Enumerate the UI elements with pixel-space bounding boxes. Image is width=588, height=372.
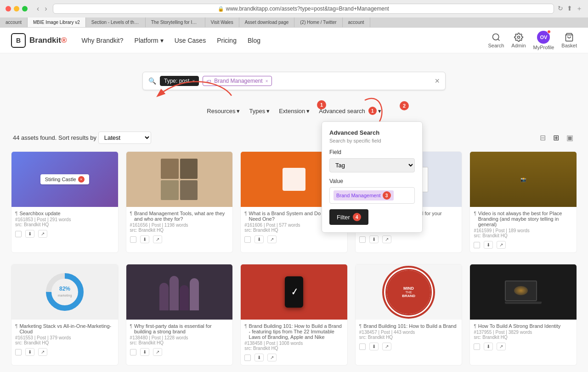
share-btn[interactable]: ↗ (267, 354, 277, 361)
browser-tab-active[interactable]: MBIE Image Library v2 (28, 17, 86, 27)
field-select[interactable]: Tag Author Date Category (329, 158, 415, 172)
post-icon: ¶ (244, 324, 247, 329)
asset-thumbnail[interactable] (126, 152, 233, 207)
nav-platform[interactable]: Platform ▾ (135, 37, 164, 44)
download-btn[interactable]: ⬇ (369, 343, 379, 350)
select-checkbox[interactable] (244, 355, 251, 361)
view-grid-btn[interactable]: ⊞ (551, 132, 561, 143)
select-checkbox[interactable] (359, 236, 366, 243)
download-btn[interactable]: ⬇ (140, 348, 149, 356)
back-btn[interactable]: ‹ (35, 5, 41, 13)
post-icon: ¶ (474, 211, 476, 216)
minimize-window-btn[interactable] (14, 6, 19, 11)
profile-action[interactable]: OV MyProfile (533, 31, 554, 50)
asset-info: ¶ How To Build A Strong Brand Identity #… (470, 320, 577, 354)
nav-blog[interactable]: Blog (248, 37, 260, 44)
notification-dot (547, 30, 551, 34)
logo-trademark: ® (61, 36, 67, 45)
stirling-tag-close[interactable]: × (78, 176, 85, 183)
filter-button[interactable]: Filter 4 (329, 209, 368, 225)
share-btn[interactable]: ↗ (497, 343, 506, 350)
chip-remove-icon[interactable]: × (266, 79, 268, 84)
main-nav: Why Brandkit? Platform ▾ Use Cases Prici… (82, 37, 488, 44)
select-checkbox[interactable] (474, 242, 480, 248)
download-btn[interactable]: ⬇ (140, 235, 149, 243)
header-actions: Search Admin OV MyProfile Basket (488, 31, 577, 50)
post-icon: ¶ (15, 211, 17, 216)
post-icon: ¶ (474, 324, 476, 329)
nav-extension[interactable]: Extension ▾ (279, 106, 310, 116)
asset-actions: ⬇ ↗ (15, 348, 114, 356)
select-checkbox[interactable] (474, 343, 480, 350)
share-btn[interactable]: ↗ (153, 235, 162, 243)
reload-icon[interactable]: ↻ (558, 5, 563, 13)
app-header: B Brandkit® Why Brandkit? Platform ▾ Use… (0, 28, 588, 53)
download-btn[interactable]: ⬇ (25, 230, 34, 238)
search-action[interactable]: Search (488, 33, 504, 48)
nav-why-brandkit[interactable]: Why Brandkit? (82, 37, 124, 44)
view-large-btn[interactable]: ▣ (565, 132, 575, 143)
browser-tab[interactable]: Visit Wales (205, 17, 239, 27)
share-btn[interactable]: ↗ (267, 235, 277, 243)
browser-tab[interactable]: Asset download page (239, 17, 295, 27)
select-checkbox[interactable] (130, 349, 136, 355)
value-input[interactable]: Brand Management 3 (329, 187, 415, 204)
close-window-btn[interactable] (6, 6, 11, 11)
new-tab-icon[interactable]: ＋ (576, 5, 582, 13)
select-checkbox[interactable] (130, 236, 136, 243)
nav-resources[interactable]: Resources ▾ (207, 106, 240, 116)
logo[interactable]: B Brandkit® (11, 33, 67, 48)
asset-thumbnail[interactable]: MIND THE BRAND (356, 264, 462, 320)
share-btn[interactable]: ↗ (38, 348, 47, 356)
asset-meta: #138457 | Post | 443 words src: Brandkit… (359, 330, 458, 340)
browser-tab[interactable]: (2) Home / Twitter (294, 17, 342, 27)
sort-select[interactable]: Latest Oldest Alphabetical Most Popular (98, 132, 151, 144)
download-btn[interactable]: ⬇ (369, 235, 379, 243)
basket-action[interactable]: Basket (561, 33, 577, 48)
share-icon[interactable]: ⬆ (567, 5, 572, 13)
filter-badge: 4 (353, 213, 361, 221)
browser-tab[interactable]: account (0, 17, 28, 27)
type-post-chip[interactable]: Type: post × (160, 76, 199, 86)
browser-tab[interactable]: Section - Levels of the Product (86, 17, 146, 27)
share-btn[interactable]: ↗ (153, 348, 162, 356)
browser-tab[interactable]: account (343, 17, 370, 27)
brand-management-chip[interactable]: 🏷 Brand Management × (203, 76, 272, 86)
view-list-btn[interactable]: ⊟ (538, 132, 548, 143)
address-bar[interactable]: 🔒 www.brandkitapp.com/assets?type=post&t… (53, 4, 554, 14)
admin-action[interactable]: Admin (511, 33, 526, 48)
nav-types[interactable]: Types ▾ (249, 106, 270, 116)
select-checkbox[interactable] (15, 231, 22, 237)
nav-advanced-search[interactable]: Advanced search 1 ▾ (319, 105, 381, 117)
annotation-2: 2 (400, 101, 409, 110)
share-btn[interactable]: ↗ (497, 241, 506, 249)
people-cell (180, 180, 198, 200)
forward-btn[interactable]: › (43, 5, 49, 13)
search-close-btn[interactable]: × (435, 77, 440, 85)
share-btn[interactable]: ↗ (382, 343, 391, 350)
select-checkbox[interactable] (15, 349, 22, 355)
asset-thumbnail[interactable] (470, 264, 577, 320)
chevron-icon: ▾ (378, 108, 381, 114)
browser-tab[interactable]: The Storytelling for Influence... (146, 17, 205, 27)
people-grid (161, 159, 198, 200)
asset-thumbnail[interactable] (126, 264, 233, 320)
nav-use-cases[interactable]: Use Cases (175, 37, 206, 44)
asset-thumbnail[interactable]: 📸 (470, 152, 577, 207)
chip-remove-icon[interactable]: × (192, 79, 195, 84)
asset-thumbnail[interactable]: 82% marketing (11, 264, 118, 320)
select-checkbox[interactable] (244, 236, 251, 243)
download-btn[interactable]: ⬇ (25, 348, 34, 356)
share-btn[interactable]: ↗ (38, 230, 47, 238)
asset-meta: #138480 | Post | 1228 words src: Brandki… (130, 335, 229, 345)
download-btn[interactable]: ⬇ (484, 343, 493, 350)
share-btn[interactable]: ↗ (382, 235, 391, 243)
select-checkbox[interactable] (359, 343, 366, 350)
download-btn[interactable]: ⬇ (254, 235, 264, 243)
asset-thumbnail[interactable]: Stirling Castle × (11, 152, 118, 207)
download-btn[interactable]: ⬇ (254, 354, 264, 361)
asset-thumbnail[interactable]: ✓ (241, 264, 347, 320)
download-btn[interactable]: ⬇ (484, 241, 493, 249)
maximize-window-btn[interactable] (22, 6, 28, 11)
nav-pricing[interactable]: Pricing (217, 37, 237, 44)
